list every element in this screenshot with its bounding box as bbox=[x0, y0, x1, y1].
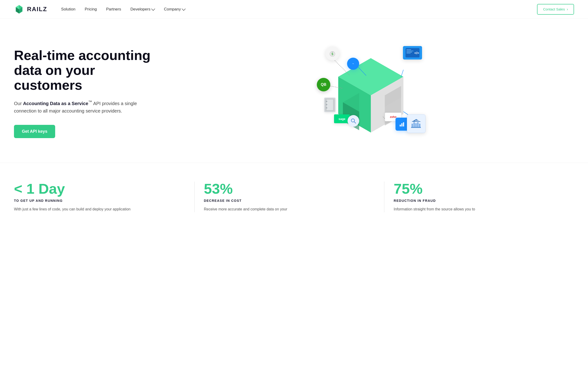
hero-section: Real-time accounting data on your custom… bbox=[0, 19, 588, 163]
svg-rect-49 bbox=[326, 100, 333, 110]
nav-partners[interactable]: Partners bbox=[106, 7, 121, 12]
svg-text:~: ~ bbox=[352, 62, 354, 65]
contact-sales-arrow-icon: › bbox=[567, 7, 568, 11]
stat-item-1: 53% DECREASE IN COST Receive more accura… bbox=[195, 181, 385, 212]
svg-rect-52 bbox=[326, 107, 327, 108]
stat-label-0: TO GET UP AND RUNNING bbox=[14, 199, 185, 202]
svg-rect-34 bbox=[400, 125, 401, 126]
svg-rect-50 bbox=[326, 101, 327, 102]
stat-label-1: DECREASE IN COST bbox=[204, 199, 375, 202]
svg-rect-40 bbox=[415, 123, 417, 127]
company-dropdown-icon bbox=[182, 7, 186, 11]
node-search bbox=[347, 115, 359, 127]
logo-text: RAILZ bbox=[27, 6, 47, 13]
stat-label-2: REDUCTION IN FRAUD bbox=[394, 199, 565, 202]
svg-rect-28 bbox=[406, 50, 411, 50]
nav-cta-area: Contact Sales › bbox=[537, 4, 574, 15]
stat-desc-0: With just a few lines of code, you can b… bbox=[14, 206, 185, 212]
stats-section: < 1 Day TO GET UP AND RUNNING With just … bbox=[0, 163, 588, 226]
svg-rect-35 bbox=[401, 123, 402, 126]
logo-link[interactable]: RAILZ bbox=[14, 4, 47, 14]
stat-desc-2: Information straight from the source all… bbox=[394, 206, 565, 212]
hero-title: Real-time accounting data on your custom… bbox=[14, 48, 158, 92]
stat-desc-1: Receive more accurate and complete data … bbox=[204, 206, 375, 212]
svg-rect-43 bbox=[411, 127, 421, 128]
contact-sales-button[interactable]: Contact Sales › bbox=[537, 4, 574, 15]
svg-rect-39 bbox=[413, 122, 415, 127]
svg-rect-36 bbox=[403, 122, 404, 126]
svg-line-15 bbox=[401, 70, 403, 77]
logo-icon bbox=[14, 4, 24, 14]
nav-company[interactable]: Company bbox=[164, 7, 185, 12]
stat-value-1: 53% bbox=[204, 181, 375, 196]
svg-rect-41 bbox=[417, 122, 419, 127]
svg-rect-38 bbox=[411, 124, 413, 127]
nav-solution[interactable]: Solution bbox=[61, 7, 75, 12]
node-binder bbox=[324, 98, 336, 112]
svg-text:QB: QB bbox=[321, 82, 326, 87]
nav-developers[interactable]: Developers bbox=[130, 7, 155, 12]
stat-value-0: < 1 Day bbox=[14, 181, 185, 196]
svg-rect-31 bbox=[406, 53, 411, 53]
developers-dropdown-icon bbox=[151, 7, 155, 11]
svg-rect-22 bbox=[332, 51, 333, 52]
svg-rect-42 bbox=[419, 124, 420, 127]
node-bank: BANK bbox=[407, 114, 426, 133]
svg-text:</>: </> bbox=[414, 51, 419, 55]
navbar: RAILZ Solution Pricing Partners Develope… bbox=[0, 0, 588, 19]
nav-pricing[interactable]: Pricing bbox=[85, 7, 97, 12]
hero-illustration: $ QB ~ </> sage zoho bbox=[313, 40, 429, 146]
stat-value-2: 75% bbox=[394, 181, 565, 196]
node-money: $ bbox=[326, 47, 339, 60]
svg-rect-30 bbox=[406, 52, 412, 52]
svg-text:$: $ bbox=[331, 52, 333, 56]
hero-right: $ QB ~ </> sage zoho bbox=[168, 37, 574, 149]
svg-line-47 bbox=[354, 121, 356, 123]
stat-item-0: < 1 Day TO GET UP AND RUNNING With just … bbox=[14, 181, 195, 212]
node-code-editor: </> bbox=[403, 46, 422, 60]
node-quickbooks: QB bbox=[317, 78, 330, 91]
nav-links: Solution Pricing Partners Developers Com… bbox=[61, 7, 537, 12]
svg-text:BANK: BANK bbox=[415, 120, 420, 121]
node-chart bbox=[396, 118, 409, 131]
svg-rect-29 bbox=[406, 51, 413, 51]
stat-item-2: 75% REDUCTION IN FRAUD Information strai… bbox=[384, 181, 574, 212]
hero-left: Real-time accounting data on your custom… bbox=[14, 48, 158, 138]
get-api-keys-button[interactable]: Get API keys bbox=[14, 125, 55, 138]
node-wave: ~ bbox=[347, 58, 359, 70]
hero-subtitle: Our Accounting Data as a Service™ API pr… bbox=[14, 99, 158, 115]
svg-rect-51 bbox=[326, 104, 327, 105]
